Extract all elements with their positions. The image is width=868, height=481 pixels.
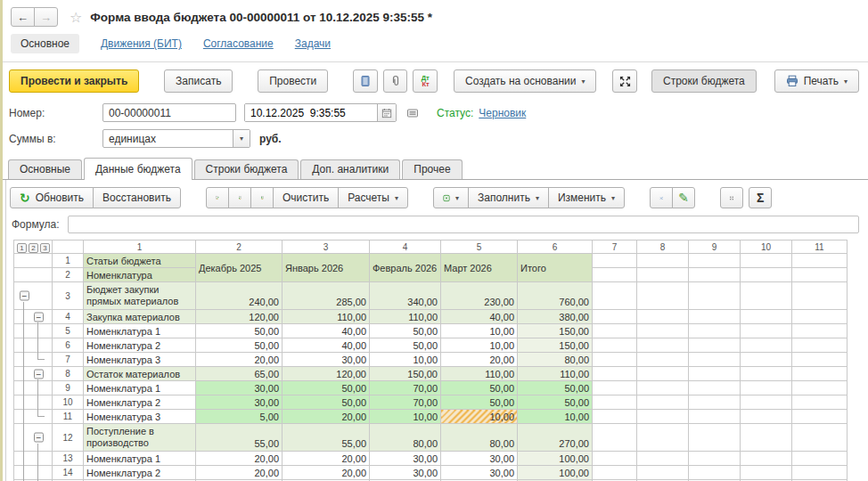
empty-cell[interactable]: [637, 310, 689, 324]
empty-cell[interactable]: [637, 254, 689, 268]
empty-cell[interactable]: [593, 282, 637, 310]
empty-cell[interactable]: [792, 424, 848, 452]
cell-value[interactable]: 120,00: [283, 367, 370, 381]
cell-value[interactable]: 10,00: [441, 410, 518, 424]
empty-cell[interactable]: [637, 367, 689, 381]
empty-cell[interactable]: [637, 338, 689, 353]
row-number[interactable]: 3: [53, 282, 84, 310]
cell-value[interactable]: 70,00: [370, 381, 441, 395]
empty-cell[interactable]: [637, 282, 689, 310]
cell-value[interactable]: 50,00: [518, 381, 593, 395]
tab-active[interactable]: Данные бюджета: [84, 158, 192, 180]
empty-cell[interactable]: [741, 395, 792, 410]
cell-value[interactable]: 150,00: [370, 367, 441, 381]
cell-value[interactable]: 30,00: [196, 395, 283, 410]
empty-cell[interactable]: [689, 367, 741, 381]
row-number[interactable]: 6: [53, 338, 84, 353]
cell-value[interactable]: 55,00: [283, 424, 370, 452]
column-header[interactable]: 5: [441, 240, 518, 254]
create-based-on-button[interactable]: Создать на основании▾: [454, 69, 597, 93]
empty-cell[interactable]: [593, 452, 637, 466]
cell-value[interactable]: 10,00: [441, 338, 518, 353]
cell-value[interactable]: 50,00: [441, 395, 518, 410]
cell-name[interactable]: Номенклатура 1: [84, 452, 196, 466]
empty-cell[interactable]: [593, 424, 637, 452]
cell-value[interactable]: 110,00: [283, 310, 370, 324]
edit-cell-button[interactable]: ✎: [672, 187, 695, 208]
post-button[interactable]: Провести: [258, 69, 328, 93]
empty-cell[interactable]: [792, 466, 848, 480]
empty-cell[interactable]: [689, 254, 741, 268]
empty-cell[interactable]: [792, 324, 848, 338]
cell-value[interactable]: 110,00: [518, 367, 593, 381]
cell-value[interactable]: 100,00: [518, 452, 593, 466]
column-header[interactable]: 10: [741, 240, 792, 254]
document-list-button[interactable]: [353, 69, 378, 93]
tab-inactive[interactable]: Прочее: [402, 159, 462, 179]
cell-value[interactable]: 150,00: [518, 338, 593, 353]
cell-value[interactable]: 100,00: [518, 466, 593, 480]
cell-value[interactable]: 30,00: [370, 452, 441, 466]
column-header[interactable]: 8: [637, 240, 689, 254]
cell-value[interactable]: 10,00: [370, 410, 441, 424]
fill-button[interactable]: Заполнить▾: [468, 187, 549, 208]
restore-button[interactable]: Восстановить: [93, 187, 181, 208]
cell-value[interactable]: 50,00: [283, 381, 370, 395]
cell-value[interactable]: 270,00: [518, 424, 593, 452]
row-number[interactable]: 7: [53, 353, 84, 367]
cell-value[interactable]: 10,00: [441, 324, 518, 338]
import-doc-button[interactable]: [228, 187, 251, 208]
cell-value[interactable]: 20,00: [196, 466, 283, 480]
empty-cell[interactable]: [741, 338, 792, 353]
attachments-button[interactable]: [383, 69, 408, 93]
outline-level-button[interactable]: 3: [40, 243, 50, 253]
post-and-close-button[interactable]: Провести и закрыть: [9, 69, 139, 93]
row-number[interactable]: 14: [53, 466, 84, 480]
empty-cell[interactable]: [593, 254, 637, 268]
empty-cell[interactable]: [689, 338, 741, 353]
row-number[interactable]: 4: [53, 310, 84, 324]
favorite-star-icon[interactable]: ☆: [70, 9, 82, 26]
empty-cell[interactable]: [792, 452, 848, 466]
empty-cell[interactable]: [593, 466, 637, 480]
cell-value[interactable]: 30,00: [441, 466, 518, 480]
fullscreen-button[interactable]: [612, 69, 637, 93]
month-header-cell[interactable]: Январь 2026: [283, 254, 370, 282]
empty-cell[interactable]: [689, 353, 741, 367]
cell-name[interactable]: Номенклатура 1: [84, 381, 196, 395]
nav-tab-current[interactable]: Основное: [11, 34, 79, 53]
cell-value[interactable]: 760,00: [518, 282, 593, 310]
number-input[interactable]: [102, 103, 236, 122]
status-list-button[interactable]: [403, 103, 422, 122]
column-header[interactable]: 1: [84, 240, 196, 254]
forward-button[interactable]: →: [34, 7, 58, 27]
cell-value[interactable]: 80,00: [518, 353, 593, 367]
cell-value[interactable]: 110,00: [370, 310, 441, 324]
cell-name[interactable]: Номенклатура 2: [84, 466, 196, 480]
cell-value[interactable]: 240,00: [196, 282, 283, 310]
empty-cell[interactable]: [741, 353, 792, 367]
column-header[interactable]: 9: [689, 240, 741, 254]
cell-value[interactable]: 30,00: [283, 353, 370, 367]
empty-cell[interactable]: [637, 395, 689, 410]
group-collapse-toggle[interactable]: −: [34, 312, 44, 322]
month-header-cell[interactable]: Февраль 2026: [370, 254, 441, 282]
cell-value[interactable]: 80,00: [370, 424, 441, 452]
row-number[interactable]: 10: [53, 395, 84, 410]
empty-cell[interactable]: [689, 282, 741, 310]
empty-cell[interactable]: [637, 324, 689, 338]
cell-value[interactable]: 70,00: [370, 395, 441, 410]
sums-select[interactable]: единицах ▾: [102, 129, 250, 148]
empty-cell[interactable]: [792, 268, 848, 282]
column-header[interactable]: 7: [593, 240, 637, 254]
cell-value[interactable]: 230,00: [441, 282, 518, 310]
write-button[interactable]: Записать: [164, 69, 233, 93]
cell-value[interactable]: 20,00: [283, 466, 370, 480]
cell-value[interactable]: 20,00: [196, 353, 283, 367]
cell-value[interactable]: 120,00: [196, 310, 283, 324]
empty-cell[interactable]: [792, 410, 848, 424]
status-link[interactable]: Черновик: [479, 107, 526, 119]
load-doc-button[interactable]: [250, 187, 274, 208]
clear-button[interactable]: Очистить: [273, 187, 339, 208]
calculations-button[interactable]: Расчеты▾: [338, 187, 408, 208]
